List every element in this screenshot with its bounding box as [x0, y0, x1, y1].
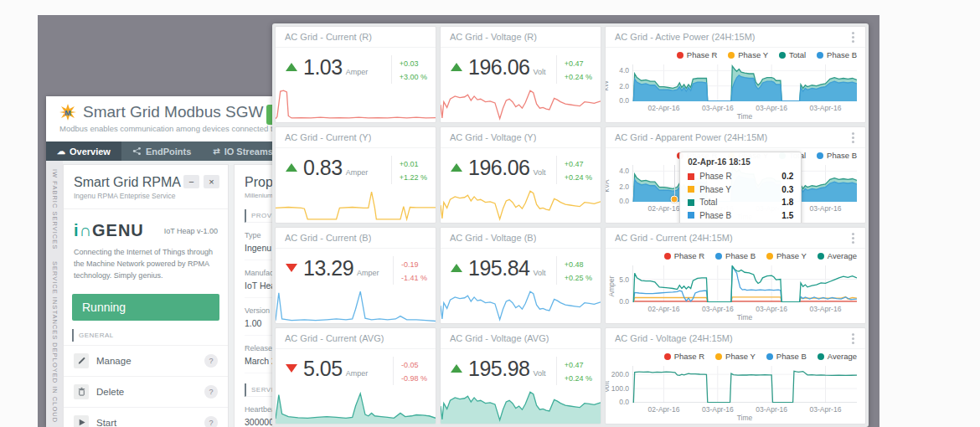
- tile-header: AC Grid - Current (Y): [276, 127, 436, 148]
- timeseries-tile: AC Grid - Current (24H:15M)Phase RPhase …: [605, 227, 866, 324]
- legend-label: Phase R: [674, 352, 704, 361]
- kpi-delta-abs: -0.19: [401, 258, 427, 271]
- y-axis-label: kVA: [605, 180, 611, 193]
- share-icon: [132, 147, 142, 156]
- sparkline-chart: [441, 388, 601, 424]
- y-axis-tick: 2.0: [619, 183, 629, 191]
- legend-item[interactable]: Phase B: [817, 151, 857, 160]
- legend-dot: [664, 253, 671, 260]
- service-card-subtitle: Ingenu RPMA Enteprise Service: [74, 192, 218, 200]
- legend-item[interactable]: Phase B: [766, 352, 807, 361]
- legend-dot: [817, 52, 823, 59]
- kpi-delta-pct: +0.24 %: [565, 70, 592, 84]
- legend-item[interactable]: Phase Y: [715, 352, 756, 361]
- legend-item[interactable]: Phase R: [677, 50, 717, 59]
- legend-dot: [766, 253, 773, 260]
- tile-menu-icon[interactable]: [850, 231, 856, 245]
- kpi-tile: AC Grid - Current (Y)0.83Amper+0.01+1.22…: [275, 126, 436, 224]
- tile-header: AC Grid - Voltage (R): [441, 27, 601, 48]
- legend-item[interactable]: Phase Y: [728, 151, 768, 160]
- trend-up-icon: [451, 63, 462, 71]
- tile-title: AC Grid - Active Power (24H:15M): [615, 32, 756, 42]
- tab-endpoints[interactable]: EndPoints: [121, 141, 202, 161]
- desktop: { "window": { "title": "Smart Grid Modbu…: [0, 0, 980, 427]
- kpi-body: 0.83Amper+0.01+1.22 %: [276, 148, 436, 184]
- tile-header: AC Grid - Voltage (B): [441, 228, 601, 249]
- tile-title: AC Grid - Apparent Power (24H:15M): [615, 132, 767, 142]
- help-badge[interactable]: ?: [204, 416, 218, 427]
- legend-dot: [766, 353, 773, 360]
- streams-icon: ⇄: [213, 147, 219, 156]
- kpi-body: 1.03Amper+0.03+3.00 %: [276, 48, 436, 84]
- legend-item[interactable]: Phase R: [677, 151, 717, 160]
- legend-dot: [715, 253, 722, 260]
- y-axis-label: Volt: [605, 381, 611, 393]
- trend-up-icon: [451, 364, 462, 373]
- kpi-delta-pct: +3.00 %: [400, 70, 427, 84]
- legend-item[interactable]: Phase R: [664, 251, 704, 260]
- chart-legend: Phase RPhase YTotalPhase B: [677, 50, 857, 59]
- svg-text:M: M: [64, 109, 71, 117]
- x-axis-label: Time: [737, 213, 753, 221]
- y-axis-tick: 0.0: [619, 197, 629, 205]
- legend-label: Phase B: [827, 50, 857, 59]
- kpi-delta-pct: -0.98 %: [401, 372, 427, 385]
- x-axis-tick: 02-Apr-16: [648, 305, 680, 313]
- x-axis-tick: 03-Apr-16: [810, 104, 842, 112]
- x-axis-tick: 03-Apr-16: [702, 405, 734, 414]
- tile-menu-icon[interactable]: [850, 131, 856, 145]
- kpi-deltas: +0.03+3.00 %: [391, 55, 427, 84]
- help-badge[interactable]: ?: [204, 354, 218, 368]
- legend-label: Phase Y: [776, 251, 807, 260]
- legend-dot: [728, 152, 735, 159]
- dashboard-panel: AC Grid - Current (R)1.03Amper+0.03+3.00…: [272, 23, 869, 427]
- y-axis-tick: 4.0: [619, 167, 629, 175]
- kpi-delta-abs: -0.05: [401, 358, 427, 372]
- kpi-unit: Amper: [357, 269, 379, 277]
- y-axis-tick: 0.0: [619, 96, 629, 105]
- close-button[interactable]: ×: [204, 175, 219, 188]
- legend-dot: [677, 152, 683, 159]
- legend-label: Phase B: [725, 251, 756, 260]
- action-start[interactable]: Start ?: [64, 407, 228, 427]
- kpi-deltas: +0.47+0.24 %: [556, 357, 592, 385]
- x-axis-tick: 03-Apr-16: [810, 204, 842, 213]
- x-axis-tick: 03-Apr-16: [702, 104, 734, 112]
- legend-item[interactable]: Phase B: [715, 251, 756, 260]
- legend-item[interactable]: Average: [818, 251, 857, 260]
- x-axis-tick: 03-Apr-16: [756, 305, 787, 313]
- trend-up-icon: [286, 163, 297, 172]
- legend-item[interactable]: Phase Y: [766, 251, 807, 260]
- legend-item[interactable]: Total: [779, 50, 806, 59]
- minimize-button[interactable]: −: [183, 175, 199, 188]
- legend-item[interactable]: Total: [779, 151, 806, 160]
- kpi-tile: AC Grid - Voltage (Y)196.06Volt+0.47+0.2…: [440, 126, 601, 224]
- x-axis-tick: 03-Apr-16: [702, 204, 734, 213]
- legend-item[interactable]: Phase R: [664, 352, 704, 361]
- chart-canvas: [632, 366, 857, 403]
- legend-label: Average: [828, 352, 857, 361]
- sparkline-chart: [441, 188, 601, 223]
- legend-item[interactable]: Average: [818, 352, 857, 361]
- chart-legend: Phase RPhase BPhase YAverage: [664, 251, 857, 260]
- legend-item[interactable]: Phase Y: [728, 50, 768, 59]
- action-delete[interactable]: Delete ?: [64, 376, 228, 407]
- legend-label: Phase Y: [738, 151, 768, 160]
- tile-menu-icon[interactable]: [850, 30, 856, 44]
- kpi-tile: AC Grid - Voltage (B)195.84Volt+0.48+0.2…: [440, 227, 601, 324]
- kpi-delta-pct: +0.24 %: [565, 171, 592, 184]
- tile-title: AC Grid - Voltage (B): [450, 233, 536, 243]
- legend-label: Phase Y: [738, 50, 768, 59]
- trend-up-icon: [286, 63, 297, 71]
- help-badge[interactable]: ?: [204, 385, 218, 399]
- x-axis-tick: 02-Apr-16: [648, 204, 680, 213]
- timeseries-tile: AC Grid - Apparent Power (24H:15M)Phase …: [605, 126, 866, 224]
- legend-dot: [677, 52, 683, 59]
- tile-menu-icon[interactable]: [850, 332, 856, 346]
- chart-body: Phase RPhase YTotalPhase BkW4.02.00.002-…: [606, 48, 865, 122]
- kpi-unit: Amper: [346, 68, 369, 76]
- tile-header: AC Grid - Current (24H:15M): [606, 228, 865, 249]
- tab-overview[interactable]: ☁ Overview: [46, 141, 121, 161]
- action-manage[interactable]: Manage ?: [64, 345, 228, 376]
- legend-item[interactable]: Phase B: [817, 50, 857, 59]
